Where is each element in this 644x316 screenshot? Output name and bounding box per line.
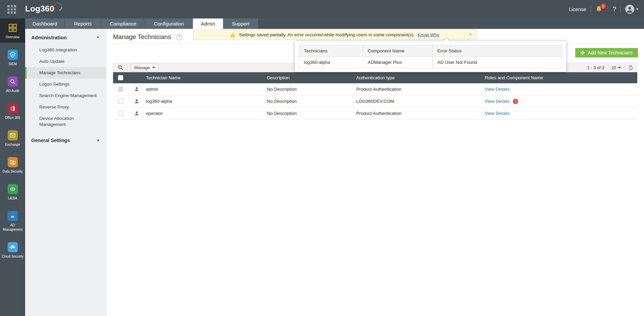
row-checkbox[interactable] <box>118 87 123 92</box>
chevron-right-icon <box>98 139 99 142</box>
technicians-table: Technician Name Description Authenticati… <box>113 72 637 120</box>
chevron-down-icon <box>97 37 99 38</box>
sidebar-item-log360-integration[interactable]: Log360 Integration <box>25 44 106 56</box>
select-all-checkbox[interactable] <box>118 75 123 80</box>
sidebar-item-search-engine-management[interactable]: Search Engine Management <box>25 90 106 101</box>
user-menu-button[interactable] <box>625 5 639 14</box>
chevron-down-icon <box>618 67 621 69</box>
module-data-security[interactable]: Data Security <box>0 153 25 177</box>
sidebar-item-logon-settings[interactable]: Logon Settings <box>25 79 106 90</box>
module-overview[interactable]: Overview <box>0 18 25 43</box>
add-new-technicians-button[interactable]: Add New Technicians <box>575 48 638 57</box>
sidebar-item-device-allocation-management[interactable]: Device Allocation Management <box>25 113 106 130</box>
notification-badge: 3 <box>600 3 606 9</box>
sidebar-item-label: Logon Settings <box>39 82 69 87</box>
module-label: Exchange <box>5 142 20 147</box>
sidebar-item-label: Manage Technicians <box>39 70 80 75</box>
cloud-lock-icon <box>8 242 18 252</box>
admin-sidebar: Administration Log360 Integration Auto U… <box>25 29 106 316</box>
tab-label: Admin <box>201 21 215 27</box>
module-ueba[interactable]: UEBA <box>0 180 25 204</box>
sidebar-section-administration[interactable]: Administration <box>25 29 106 44</box>
help-icon[interactable]: ? <box>612 5 616 13</box>
sidebar-item-reverse-proxy[interactable]: Reverse Proxy <box>25 101 106 113</box>
folder-lock-icon <box>8 157 18 167</box>
module-label: AD Management <box>1 223 24 232</box>
column-header: Technicians <box>299 45 363 57</box>
view-details-link[interactable]: View Details <box>485 99 509 104</box>
column-header: Authentication type <box>356 75 485 80</box>
section-title: General Settings <box>31 138 70 143</box>
shield-icon <box>8 50 18 60</box>
sidebar-section-general-settings[interactable]: General Settings <box>25 134 106 146</box>
column-header: Error Status <box>433 45 562 57</box>
logo-swoosh-icon <box>51 1 63 12</box>
module-office365[interactable]: Office 365 <box>0 99 25 123</box>
module-cloud-security[interactable]: Cloud Security <box>0 238 25 262</box>
module-ad-management[interactable]: AD Management <box>0 207 25 235</box>
search-filter-icon[interactable] <box>117 64 124 71</box>
auth-type-cell: Product Authentication <box>356 87 485 92</box>
row-checkbox[interactable] <box>118 111 123 116</box>
tab-dashboard[interactable]: Dashboard <box>25 18 65 29</box>
overview-grid-icon <box>8 23 18 33</box>
tab-label: Compliance <box>110 21 136 27</box>
module-label: Data Security <box>2 169 22 174</box>
page-size-dropdown[interactable]: 10 <box>611 65 621 70</box>
license-link[interactable]: License <box>569 6 586 12</box>
tab-reports[interactable]: Reports <box>65 18 101 29</box>
column-header: Description <box>267 75 356 80</box>
topbar: Log360 License 3 ? <box>0 0 644 18</box>
module-exchange[interactable]: Exchange <box>0 126 25 150</box>
module-label: Cloud Security <box>2 254 23 259</box>
tab-label: Support <box>232 21 250 27</box>
module-label: UEBA <box>8 196 17 200</box>
description-cell: No Description <box>267 99 356 104</box>
row-checkbox[interactable] <box>118 99 123 104</box>
column-header: Component Name <box>363 45 433 57</box>
tab-configuration[interactable]: Configuration <box>145 18 193 29</box>
module-label: Overview <box>6 35 20 39</box>
tab-support[interactable]: Support <box>223 18 258 29</box>
sidebar-item-label: Device Allocation Management <box>39 116 74 127</box>
technician-name: operator <box>146 111 163 116</box>
chevron-down-icon <box>636 8 639 10</box>
sidebar-item-manage-technicians[interactable]: Manage Technicians <box>25 67 106 79</box>
add-button-label: Add New Technicians <box>588 50 633 55</box>
cell-component: ADManager Plus <box>363 57 433 68</box>
page-title: Manage Technicians <box>113 33 171 41</box>
refresh-icon[interactable] <box>628 65 634 71</box>
cell-technician: log360-alpha <box>299 57 363 68</box>
table-row: log360-alpha ADManager Plus AD User Not … <box>299 57 562 68</box>
module-ad-audit[interactable]: AD Audit <box>0 72 25 96</box>
know-why-link[interactable]: Know Why <box>418 32 439 37</box>
close-icon[interactable]: × <box>469 32 472 38</box>
page-help-icon[interactable]: ? <box>176 34 182 40</box>
view-details-link[interactable]: View Details <box>485 87 509 92</box>
sidebar-item-label: Reverse Proxy <box>39 104 69 109</box>
tab-compliance[interactable]: Compliance <box>101 18 145 29</box>
notifications-button[interactable]: 3 <box>595 5 603 14</box>
warning-banner: Settings saved partially. An error occur… <box>193 30 476 40</box>
table-header-row: Technician Name Description Authenticati… <box>113 72 637 83</box>
person-icon <box>134 99 139 104</box>
table-row: admin No Description Product Authenticat… <box>113 83 637 95</box>
error-popup-table: Technicians Component Name Error Status … <box>299 45 562 68</box>
error-details-popup: Technicians Component Name Error Status … <box>295 41 566 72</box>
technician-name: log360-alpha <box>146 99 172 104</box>
cell-error-status: AD User Not Found <box>433 57 562 68</box>
auth-type-cell: Product Authentication <box>356 111 485 116</box>
app-grid-icon[interactable] <box>7 5 16 14</box>
table-row: operator No Description Product Authenti… <box>113 107 637 120</box>
error-icon[interactable] <box>513 99 518 104</box>
module-siem[interactable]: SIEM <box>0 45 25 70</box>
manage-dropdown-button[interactable]: Manage <box>131 64 158 71</box>
module-label: AD Audit <box>6 89 19 93</box>
sidebar-item-auto-update[interactable]: Auto Update <box>25 56 106 67</box>
chevron-down-icon <box>152 67 155 69</box>
tab-admin[interactable]: Admin <box>193 18 223 29</box>
tab-label: Reports <box>74 21 92 27</box>
banner-message: Settings saved partially. An error occur… <box>239 32 414 37</box>
module-label: SIEM <box>8 62 16 66</box>
view-details-link[interactable]: View Details <box>485 111 509 116</box>
